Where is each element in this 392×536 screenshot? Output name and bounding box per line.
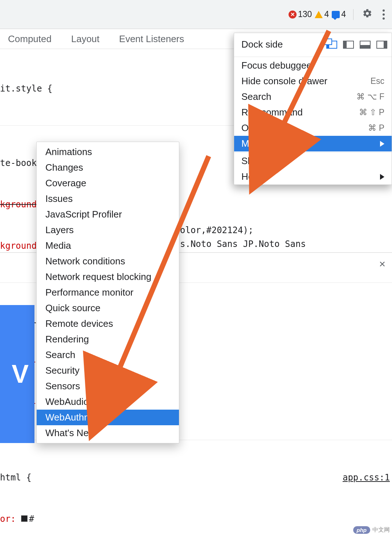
menu-shortcut: ⌘ ⇧ P [359, 107, 384, 117]
menu-open-file[interactable]: Open file⌘ P [234, 120, 392, 136]
submenu-item-coverage[interactable]: Coverage [37, 175, 179, 191]
menu-shortcut: ⌘ P [368, 123, 384, 133]
code-fragment: olor,#202124); [180, 225, 253, 235]
error-count[interactable]: ✕ 130 [289, 9, 312, 19]
menu-separator [234, 57, 392, 57]
code-fragment: s.Noto Sans JP.Noto Sans [180, 239, 306, 249]
dock-left-icon[interactable] [343, 41, 354, 49]
info-icon [332, 11, 340, 18]
submenu-item-layers[interactable]: Layers [37, 222, 179, 238]
menu-hide-console[interactable]: Hide console drawerEsc [234, 73, 392, 89]
submenu-item-media[interactable]: Media [37, 238, 179, 253]
more-options-button[interactable] [380, 7, 388, 23]
dock-right-icon[interactable] [376, 41, 387, 49]
code-selector: html { [0, 472, 32, 483]
css-property: or: [0, 514, 21, 524]
menu-help[interactable]: Help [234, 169, 392, 184]
submenu-item-security[interactable]: Security [37, 363, 179, 378]
dot-icon [383, 13, 385, 16]
source-file-link[interactable]: app.css:1 [343, 471, 392, 484]
menu-label: Open file [241, 122, 279, 134]
submenu-arrow-icon [380, 141, 384, 147]
menu-label: Help [241, 171, 261, 182]
submenu-item-issues[interactable]: Issues [37, 191, 179, 207]
watermark: php 中文网 [353, 526, 390, 534]
error-count-value: 130 [298, 9, 312, 19]
menu-shortcut: ⌘ ⌥ F [356, 92, 384, 102]
code-line[interactable]: html {app.css:1 [0, 471, 392, 484]
menu-label: More tools [241, 138, 285, 149]
submenu-item-js-profiler[interactable]: JavaScript Profiler [37, 207, 179, 222]
dock-icons-group [326, 41, 387, 49]
menu-more-tools[interactable]: More tools [234, 136, 392, 151]
submenu-item-whats-new[interactable]: What's New [37, 425, 179, 441]
submenu-item-network-request-blocking[interactable]: Network request blocking [37, 269, 179, 285]
tab-computed[interactable]: Computed [7, 30, 52, 48]
menu-search[interactable]: Search⌘ ⌥ F [234, 89, 392, 105]
menu-label: Focus debuggee [241, 60, 312, 71]
gear-icon [362, 8, 372, 19]
message-count-value: 4 [341, 9, 346, 19]
devtools-toolbar: ✕ 130 4 4 [0, 0, 392, 29]
menu-label: Search [241, 91, 271, 102]
more-tools-submenu: Animations Changes Coverage Issues JavaS… [36, 142, 179, 443]
menu-label: Hide console drawer [241, 76, 327, 87]
dot-icon [383, 9, 385, 12]
submenu-item-quick-source[interactable]: Quick source [37, 300, 179, 316]
dot-icon [383, 17, 385, 20]
submenu-item-changes[interactable]: Changes [37, 160, 179, 175]
color-swatch[interactable] [21, 515, 28, 522]
menu-dock-label: Dock side [241, 39, 283, 50]
main-menu: Dock side Focus debuggee Hide console dr… [234, 33, 392, 185]
submenu-item-webauthn[interactable]: WebAuthn [37, 410, 179, 425]
dock-undock-icon[interactable] [326, 41, 337, 49]
dock-bottom-icon[interactable] [360, 41, 371, 49]
warning-count[interactable]: 4 [315, 9, 329, 19]
menu-label: Shortcuts [241, 155, 281, 167]
tab-layout[interactable]: Layout [70, 30, 100, 48]
settings-button[interactable] [359, 5, 375, 24]
menu-focus-debuggee[interactable]: Focus debuggee [234, 58, 392, 73]
tab-event-listeners[interactable]: Event Listeners [118, 30, 185, 48]
submenu-item-webaudio[interactable]: WebAudio [37, 394, 179, 410]
php-badge: php [353, 526, 371, 534]
warning-icon [315, 11, 323, 18]
submenu-item-rendering[interactable]: Rendering [37, 332, 179, 347]
warning-count-value: 4 [324, 9, 329, 19]
decorative-letter: V [12, 360, 29, 389]
submenu-item-animations[interactable]: Animations [37, 144, 179, 160]
submenu-item-performance-monitor[interactable]: Performance monitor [37, 285, 179, 300]
menu-shortcut: Esc [371, 76, 384, 86]
toolbar-divider [353, 9, 354, 20]
submenu-item-network-conditions[interactable]: Network conditions [37, 253, 179, 269]
submenu-arrow-icon [380, 174, 384, 180]
submenu-item-sensors[interactable]: Sensors [37, 378, 179, 394]
menu-label: Run command [241, 107, 303, 118]
close-drawer-button[interactable]: × [379, 258, 385, 270]
menu-dock-side: Dock side [234, 33, 392, 56]
message-count[interactable]: 4 [332, 9, 346, 19]
submenu-item-search[interactable]: Search [37, 347, 179, 363]
menu-shortcuts[interactable]: Shortcuts [234, 153, 392, 169]
menu-separator [234, 152, 392, 153]
error-icon: ✕ [289, 11, 297, 19]
watermark-text: 中文网 [372, 526, 390, 534]
submenu-item-remote-devices[interactable]: Remote devices [37, 316, 179, 332]
menu-run-command[interactable]: Run command⌘ ⇧ P [234, 105, 392, 120]
code-line[interactable]: or: # [0, 512, 392, 526]
decorative-blue-tile: V [0, 305, 34, 443]
css-value: # [29, 514, 34, 524]
